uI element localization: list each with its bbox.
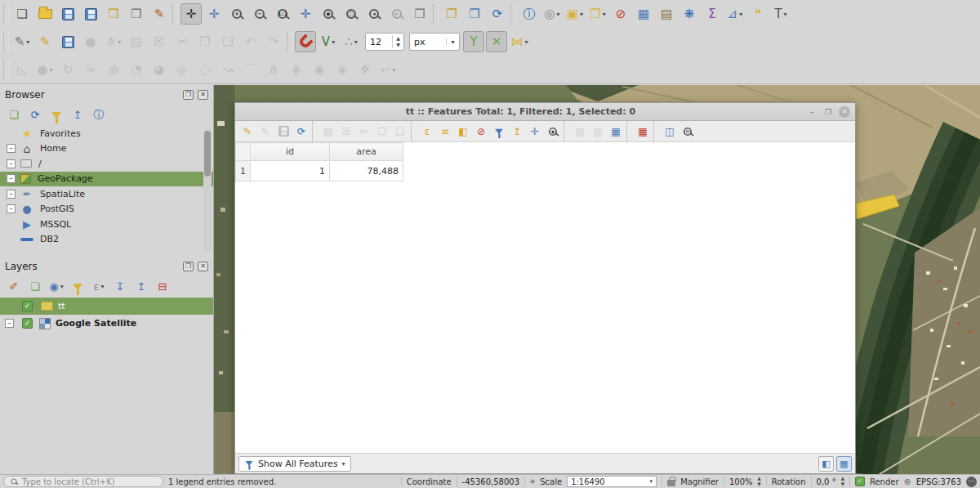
select-by-value-icon[interactable]: ❐▾: [587, 3, 608, 25]
new-map-view-icon[interactable]: ❒: [409, 3, 430, 25]
add-group-icon[interactable]: ❏: [27, 279, 43, 295]
new-print-layout-icon[interactable]: ❒: [103, 3, 124, 25]
table-cell[interactable]: 1: [251, 161, 330, 181]
snapping-type-icon[interactable]: ∴▾: [341, 31, 362, 52]
dropdown-arrow-icon[interactable]: ▾: [26, 38, 29, 46]
zoom-full-icon[interactable]: ✛: [295, 3, 316, 25]
zoom-to-selection-icon[interactable]: ◆: [318, 3, 339, 25]
zoom-to-selected-icon[interactable]: ◆: [545, 123, 561, 140]
layer-item-google-satellite[interactable]: –✓Google Satellite: [0, 315, 213, 332]
pan-to-selection-icon[interactable]: ✛: [203, 3, 225, 25]
table-actions-icon[interactable]: ⚙: [679, 123, 696, 140]
column-header-area[interactable]: area: [330, 143, 403, 161]
field-calculator-icon[interactable]: ▤: [656, 3, 677, 25]
pan-map-icon[interactable]: ✛: [180, 3, 202, 25]
float-panel-icon[interactable]: ❐: [183, 262, 194, 271]
enable-snapping-icon[interactable]: [295, 31, 316, 52]
table-corner[interactable]: [236, 143, 251, 161]
expand-all-icon[interactable]: ↧: [112, 279, 128, 295]
layer-visibility-checkbox[interactable]: ✓: [22, 318, 33, 329]
open-attribute-table-icon[interactable]: ▦: [633, 3, 654, 25]
map-tips-icon[interactable]: ❝: [747, 3, 768, 25]
statistical-summary-icon[interactable]: Σ: [702, 3, 723, 25]
browser-item-mssql[interactable]: –▶MSSQL: [0, 217, 213, 232]
measure-line-icon[interactable]: ⊿▾: [724, 3, 746, 25]
magnifier-value[interactable]: 100%: [729, 477, 753, 486]
mouse-position-icon[interactable]: ⌖: [530, 477, 535, 487]
browser-item-favorites[interactable]: –★Favorites: [0, 126, 213, 141]
dropdown-arrow-icon[interactable]: ▾: [739, 11, 742, 18]
crs-button[interactable]: EPSG:3763: [916, 477, 961, 486]
show-layout-manager-icon[interactable]: ❒: [126, 3, 147, 25]
dropdown-arrow-icon[interactable]: ▾: [332, 38, 335, 46]
conditional-formatting-icon[interactable]: ▦: [635, 123, 651, 140]
dropdown-arrow-icon[interactable]: ▾: [392, 66, 395, 74]
filter-browser-icon[interactable]: [48, 107, 65, 123]
table-row[interactable]: 1178,488: [236, 161, 403, 181]
properties-info-icon[interactable]: ⓘ: [91, 107, 107, 123]
manage-map-themes-icon[interactable]: ◉▾: [48, 279, 65, 295]
browser-item-geopackage[interactable]: –GeoPackage: [0, 172, 213, 187]
row-header[interactable]: 1: [236, 161, 251, 181]
filter-by-expression-icon[interactable]: ε▾: [91, 279, 107, 295]
filter-legend-icon[interactable]: [69, 279, 86, 295]
new-spatial-bookmark-icon[interactable]: ❐: [441, 3, 462, 25]
browser-item-db2[interactable]: –DB2: [0, 232, 213, 248]
close-icon[interactable]: ✕: [839, 106, 850, 118]
layer-item-tt[interactable]: –✓tt: [0, 298, 213, 315]
run-feature-action-icon[interactable]: ◎▾: [541, 3, 563, 25]
tree-expander[interactable]: –: [7, 174, 16, 183]
table-view-button[interactable]: ▦: [836, 456, 852, 472]
save-layer-edits-icon[interactable]: [57, 31, 78, 52]
remove-layer-icon[interactable]: ⊟: [154, 279, 171, 295]
lock-icon[interactable]: [667, 480, 675, 486]
reload-table-icon[interactable]: ⟳: [293, 123, 310, 140]
add-selected-layers-icon[interactable]: ❏: [6, 107, 22, 123]
column-header-id[interactable]: id: [251, 143, 330, 161]
zoom-last-icon[interactable]: ◂: [363, 3, 385, 25]
snapping-on-intersection-icon[interactable]: ✕: [486, 31, 507, 52]
float-panel-icon[interactable]: ❐: [183, 90, 194, 100]
table-cell[interactable]: 78,488: [330, 161, 403, 181]
show-bookmarks-icon[interactable]: ❐: [464, 3, 485, 25]
zoom-out-icon[interactable]: −: [249, 3, 270, 25]
layer-expander[interactable]: –: [5, 319, 14, 328]
processing-toolbox-icon[interactable]: ❋: [679, 3, 700, 25]
scale-combo[interactable]: 1:16490 ▾: [567, 476, 657, 487]
dropdown-arrow-icon[interactable]: ▾: [118, 38, 121, 46]
browser-scrollbar[interactable]: [203, 128, 212, 252]
project-save-icon[interactable]: [57, 3, 78, 25]
browser-item-home[interactable]: –⌂Home: [0, 141, 213, 157]
browser-item--[interactable]: –/: [0, 156, 213, 172]
zoom-to-layer-icon[interactable]: ▢: [341, 3, 362, 25]
refresh-browser-icon[interactable]: ⟳: [27, 107, 43, 123]
dropdown-arrow-icon[interactable]: ▾: [557, 11, 560, 18]
select-features-icon[interactable]: ▣▾: [564, 3, 586, 25]
rotation-spinner[interactable]: ▲▼: [841, 476, 844, 487]
refresh-map-icon[interactable]: ⟳: [487, 3, 508, 25]
coordinate-value[interactable]: -45360,58003: [462, 477, 519, 486]
dropdown-arrow-icon[interactable]: ▾: [354, 38, 358, 46]
select-by-form-icon[interactable]: [491, 123, 507, 140]
identify-features-icon[interactable]: ⓘ: [519, 3, 540, 25]
select-by-expression-icon[interactable]: ε: [419, 123, 435, 140]
select-all-icon[interactable]: ≡: [437, 123, 453, 140]
tree-expander[interactable]: –: [7, 204, 16, 213]
topological-editing-icon[interactable]: Y: [463, 31, 484, 52]
browser-item-spatialite[interactable]: –✒SpatiaLite: [0, 186, 213, 202]
tree-expander[interactable]: –: [7, 159, 16, 168]
toggle-editing-icon[interactable]: ✎: [34, 31, 56, 52]
snapping-units[interactable]: px▾: [409, 33, 460, 51]
minimize-icon[interactable]: –: [806, 106, 817, 118]
project-open-icon[interactable]: [34, 3, 56, 25]
magnifier-spinner[interactable]: ▲▼: [758, 476, 761, 487]
text-annotation-icon[interactable]: T▾: [770, 3, 791, 25]
collapse-all-icon[interactable]: ↥: [69, 107, 86, 123]
rotation-value[interactable]: 0,0 °: [817, 477, 836, 486]
dropdown-arrow-icon[interactable]: ▾: [101, 283, 105, 290]
zoom-in-icon[interactable]: +: [226, 3, 247, 25]
snapping-tolerance[interactable]: 12▲▼: [365, 33, 404, 51]
dropdown-arrow-icon[interactable]: ▾: [524, 38, 528, 46]
attribute-table[interactable]: idarea1178,488: [235, 142, 403, 181]
zoom-native-icon[interactable]: 1:1: [272, 3, 293, 25]
